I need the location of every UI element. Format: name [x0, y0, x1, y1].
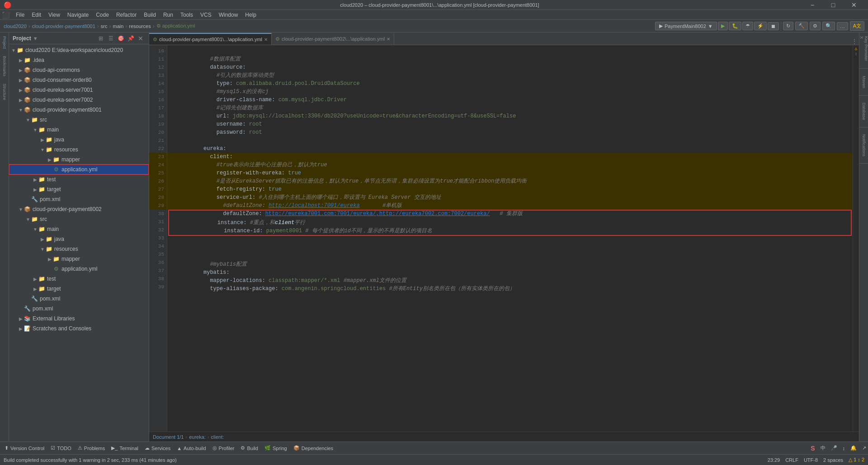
bottom-btn-profiler[interactable]: ◎ Profiler: [210, 443, 237, 453]
refresh-button[interactable]: ↻: [783, 22, 793, 30]
tree-item-application-yml-8002[interactable]: ▶ ⚙ application.yml: [9, 264, 149, 274]
bottom-btn-version-control[interactable]: ⬆ Version Control: [2, 443, 47, 453]
menu-build[interactable]: Build: [140, 10, 160, 20]
bottom-btn-problems[interactable]: ⚠ Problems: [75, 443, 108, 453]
tab-more-button[interactable]: ⋮: [852, 38, 857, 45]
search-button[interactable]: 🔍: [822, 22, 835, 30]
tree-item-pom-root[interactable]: ▶ 🔧 pom.xml: [9, 304, 149, 314]
bottom-btn-todo[interactable]: ☑ TODO: [48, 443, 74, 453]
nav-cloud2020[interactable]: cloud2020: [4, 23, 27, 29]
status-crlf[interactable]: CRLF: [785, 457, 798, 463]
run-config-button[interactable]: ▶ PaymentMain8002 ▼: [655, 22, 717, 30]
more-button[interactable]: …: [837, 22, 848, 30]
tree-item-target8001[interactable]: ▶ 📁 target: [9, 184, 149, 194]
tree-item-eureka7001[interactable]: ▶ 📦 cloud-eureka-server7001: [9, 85, 149, 95]
services-label: Services: [151, 446, 170, 451]
tree-item-resources8001[interactable]: ▼ 📁 resources: [9, 145, 149, 155]
tree-item-ext-libs[interactable]: ▶ 📚 External Libraries: [9, 314, 149, 324]
menu-run[interactable]: Run: [160, 10, 177, 20]
toolbar-right: ▶ PaymentMain8002 ▼ ▶ 🐛 ☂ ⚡ ⏹ ↻ 🔨 ⚙ 🔍 … …: [655, 21, 864, 31]
bottom-btn-spring[interactable]: 🌿 Spring: [262, 443, 290, 453]
tree-item-java8001[interactable]: ▶ 📁 java: [9, 135, 149, 145]
menu-code[interactable]: Code: [92, 10, 113, 20]
menu-help[interactable]: Help: [241, 10, 260, 20]
tree-item-idea[interactable]: ▶ 📁 .idea: [9, 55, 149, 65]
collapse-all-button[interactable]: ⊞: [96, 34, 105, 43]
debug-button[interactable]: 🐛: [729, 22, 741, 30]
close-panel-button[interactable]: ✕: [136, 34, 145, 43]
tab-payment8001-yml[interactable]: ⚙ cloud-provider-payment8001\...\applica…: [149, 33, 272, 45]
status-language-cn: 中: [821, 445, 826, 451]
code-content[interactable]: #数据库配置 datasource: #引入的数据库驱动类型 type: com…: [167, 45, 853, 432]
status-indent[interactable]: 2 spaces: [823, 457, 843, 463]
menu-edit[interactable]: Edit: [28, 10, 45, 20]
scroll-from-source-button[interactable]: 🎯: [116, 34, 125, 43]
module-icon-api: 📦: [24, 66, 31, 74]
menu-file[interactable]: File: [12, 10, 28, 20]
pin-button[interactable]: 📌: [126, 34, 135, 43]
sidebar-icon-structure[interactable]: Structure: [2, 82, 7, 102]
tree-item-target8002[interactable]: ▶ 📁 target: [9, 284, 149, 294]
breadcrumb-client[interactable]: client:: [211, 434, 224, 440]
close-button[interactable]: ✕: [844, 0, 864, 10]
bottom-btn-terminal[interactable]: ▶_ Terminal: [108, 443, 141, 453]
tab-close-2[interactable]: ✕: [387, 37, 390, 42]
menu-refactor[interactable]: Refactor: [113, 10, 140, 20]
bottom-btn-auto-build[interactable]: ▲ Auto-build: [174, 443, 208, 453]
breadcrumb-doc[interactable]: Document 1/1: [153, 434, 184, 440]
sidebar-icon-project[interactable]: Project: [2, 34, 7, 51]
menu-view[interactable]: View: [45, 10, 64, 20]
tree-item-src8002[interactable]: ▼ 📁 src: [9, 214, 149, 224]
stop-button[interactable]: ⏹: [768, 22, 779, 30]
tree-item-test8002[interactable]: ▶ 📁 test: [9, 274, 149, 284]
tree-item-mapper8001[interactable]: ▶ 📁 mapper: [9, 155, 149, 164]
sidebar-icon-bookmarks[interactable]: Bookmarks: [2, 54, 7, 78]
right-sidebar-database[interactable]: Database: [859, 96, 868, 127]
tree-options-button[interactable]: ☰: [106, 34, 115, 43]
build-project-button[interactable]: 🔨: [795, 22, 808, 30]
profile-button[interactable]: ⚡: [754, 22, 767, 30]
minimize-button[interactable]: −: [802, 0, 823, 10]
translate-button[interactable]: A文: [850, 21, 864, 31]
tree-item-api-commons[interactable]: ▶ 📦 cloud-api-commons: [9, 65, 149, 75]
tree-item-main8001[interactable]: ▼ 📁 main: [9, 125, 149, 135]
tree-item-eureka7002[interactable]: ▶ 📦 cloud-eureka-server7002: [9, 95, 149, 105]
right-sidebar-key-promoter[interactable]: Key Promoter X: [859, 33, 868, 69]
tab-payment8002-yml[interactable]: ⚙ cloud-provider-payment8002\...\applica…: [272, 33, 394, 45]
breadcrumb-eureka[interactable]: eureka:: [189, 434, 206, 440]
menu-vcs[interactable]: VCS: [197, 10, 215, 20]
menu-navigate[interactable]: Navigate: [64, 10, 92, 20]
right-sidebar-maven[interactable]: Maven: [859, 69, 868, 96]
settings-button[interactable]: ⚙: [810, 22, 821, 30]
tree-item-payment8001[interactable]: ▼ 📦 cloud-provider-payment8001: [9, 105, 149, 115]
tree-item-java8002[interactable]: ▶ 📁 java: [9, 234, 149, 244]
nav-payment8001[interactable]: cloud-provider-payment8001: [32, 23, 95, 29]
tree-item-resources8002[interactable]: ▼ 📁 resources: [9, 244, 149, 254]
run-config-label: PaymentMain8002: [665, 23, 706, 29]
tree-item-test8001[interactable]: ▶ 📁 test: [9, 174, 149, 184]
menu-window[interactable]: Window: [215, 10, 242, 20]
tree-item-consumer[interactable]: ▶ 📦 cloud-consumer-order80: [9, 75, 149, 85]
right-sidebar-notifications[interactable]: Notifications: [859, 127, 868, 164]
tree-item-application-yml-8001[interactable]: ▶ ⚙ application.yml: [9, 164, 149, 174]
tree-item-cloud2020[interactable]: ▼ 📁 cloud2020 E:\idea-workspace\cloud202…: [9, 45, 149, 55]
menu-tools[interactable]: Tools: [177, 10, 197, 20]
coverage-button[interactable]: ☂: [742, 22, 753, 30]
tree-item-pom8002[interactable]: ▶ 🔧 pom.xml: [9, 294, 149, 304]
bottom-btn-services[interactable]: ☁ Services: [142, 443, 173, 453]
tab-close-1[interactable]: ✕: [264, 37, 268, 42]
status-charset[interactable]: UTF-8: [804, 457, 818, 463]
tree-item-main8002[interactable]: ▼ 📁 main: [9, 224, 149, 234]
bottom-btn-build[interactable]: ⚙ Build: [238, 443, 260, 453]
module-icon: 📁: [16, 47, 24, 54]
tree-item-scratches[interactable]: ▶ 📝 Scratches and Consoles: [9, 324, 149, 333]
tree-item-src8001[interactable]: ▼ 📁 src: [9, 115, 149, 125]
status-position[interactable]: 23:29: [768, 457, 780, 463]
code-line-20: [167, 128, 853, 136]
run-button[interactable]: ▶: [718, 22, 728, 30]
bottom-btn-dependencies[interactable]: 📦 Dependencies: [291, 443, 336, 453]
maximize-button[interactable]: □: [823, 0, 844, 10]
tree-item-payment8002[interactable]: ▼ 📦 cloud-provider-payment8002: [9, 204, 149, 214]
tree-item-pom8001[interactable]: ▶ 🔧 pom.xml: [9, 194, 149, 204]
tree-item-mapper8002[interactable]: ▶ 📁 mapper: [9, 254, 149, 264]
